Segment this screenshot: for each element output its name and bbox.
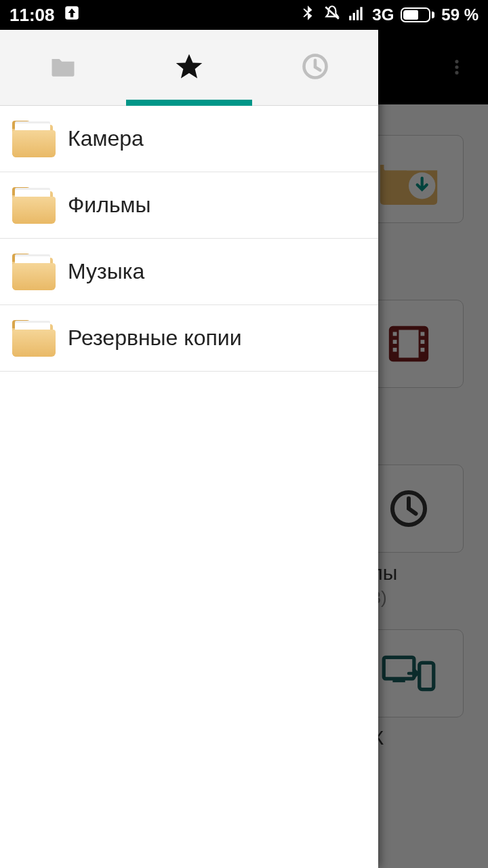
status-left: 11:08 [9,4,81,26]
svg-rect-19 [421,348,425,352]
drawer-tabs [0,30,378,106]
svg-rect-5 [361,7,363,20]
svg-rect-9 [384,161,428,170]
svg-point-6 [455,60,458,63]
battery-pct: 59 % [441,5,479,24]
upload-icon [63,4,81,26]
svg-point-7 [455,65,458,68]
tab-folders[interactable] [0,30,126,105]
star-icon [174,52,204,84]
svg-rect-16 [393,348,397,352]
folder-icon [12,187,56,224]
folder-icon [48,52,78,84]
signal-icon [348,4,365,26]
svg-rect-21 [384,657,414,679]
tab-recent[interactable] [252,30,378,105]
svg-rect-15 [393,340,397,344]
svg-rect-4 [357,9,359,20]
bluetooth-icon [299,4,317,26]
svg-rect-22 [392,679,405,682]
mute-icon [323,4,341,26]
list-item[interactable]: Фильмы [0,172,378,239]
svg-rect-17 [421,332,425,336]
folder-icon [12,121,56,157]
list-item-label: Фильмы [68,193,151,218]
list-item-label: Резервные копии [68,326,242,351]
list-item-label: Музыка [68,259,144,284]
navigation-drawer: Камера Фильмы Музыка Резервные копии [0,30,378,868]
list-item[interactable]: Резервные копии [0,305,378,372]
svg-rect-14 [393,332,397,336]
folder-icon [12,254,56,290]
status-right: 3G 59 % [299,4,479,26]
list-item-label: Камера [68,126,144,151]
svg-rect-18 [421,340,425,344]
overflow-menu-button[interactable] [441,51,473,83]
tab-indicator [126,100,252,106]
list-item[interactable]: Музыка [0,239,378,305]
list-item[interactable]: Камера [0,106,378,172]
tab-favorites[interactable] [126,30,252,105]
clock-icon [300,52,330,84]
battery-icon [401,7,434,22]
svg-rect-23 [420,663,434,689]
svg-rect-3 [353,13,355,20]
svg-point-8 [455,71,458,75]
network-label: 3G [372,5,394,24]
status-time: 11:08 [9,5,55,26]
svg-rect-2 [349,16,351,20]
status-bar: 11:08 3G 59 % [0,0,488,30]
favorites-list: Камера Фильмы Музыка Резервные копии [0,106,378,372]
folder-icon [12,320,56,357]
